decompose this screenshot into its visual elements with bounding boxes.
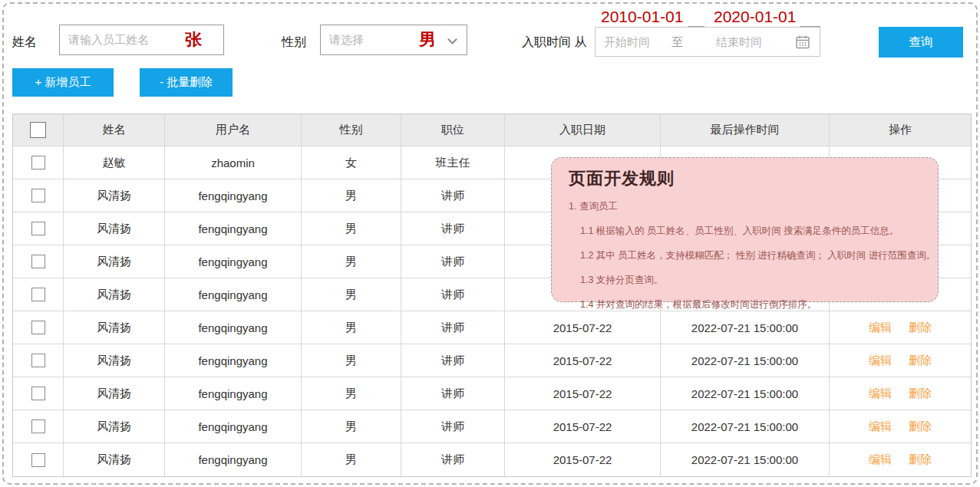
cell-last_op: 2022-07-21 15:00:00 [661,344,830,377]
row-checkbox[interactable] [31,222,45,235]
cell-last_op: 2022-07-21 15:00:00 [661,443,830,476]
bulk-delete-button[interactable]: - 批量删除 [140,68,233,97]
cell-name: 风清扬 [64,179,165,212]
cell-hire_date: 2015-07-22 [505,410,661,443]
header-cell: 入职日期 [505,114,661,146]
cell-position: 讲师 [401,278,505,311]
overlay-rules: 1. 查询员工1.1 根据输入的 员工姓名、员工性别、入职时间 搜索满足条件的员… [569,200,921,311]
row-checkbox[interactable] [31,453,45,467]
cell-position: 讲师 [401,377,505,410]
cell-checkbox [13,179,64,212]
name-annotation-value: 张 [185,28,202,51]
employee-management-page: 姓名 请输入员工姓名 张 性别 请选择 男 入职时间 从 2010-01-01 … [2,2,978,485]
delete-link[interactable]: 删除 [909,354,932,368]
row-checkbox[interactable] [31,189,45,202]
row-checkbox[interactable] [31,387,45,400]
add-employee-button[interactable]: + 新增员工 [12,68,114,97]
cell-checkbox [13,146,64,179]
cell-last_op: 2022-07-21 15:00:00 [661,377,830,410]
cell-gender: 男 [302,377,401,410]
name-input[interactable]: 请输入员工姓名 张 [59,25,224,55]
cell-hire_date: 2015-07-22 [505,377,661,410]
row-checkbox[interactable] [31,420,45,433]
cell-gender: 男 [302,245,401,278]
date-range-to-label: 至 [671,35,683,49]
table-row: 风清扬fengqingyang男讲师2015-07-222022-07-21 1… [13,344,971,377]
cell-position: 讲师 [401,245,505,278]
cell-checkbox [13,410,64,443]
cell-name: 风清扬 [64,443,165,476]
cell-actions: 编辑删除 [830,344,971,377]
name-input-placeholder: 请输入员工姓名 [68,33,149,48]
end-date-annotation: 2020-01-01 [714,8,796,26]
table-row: 风清扬fengqingyang男讲师2015-07-222022-07-21 1… [13,410,971,443]
cell-checkbox [13,245,64,278]
cell-position: 讲师 [401,443,505,476]
delete-link[interactable]: 删除 [909,387,932,401]
cell-position: 讲师 [401,311,505,344]
hire-date-field-label: 入职时间 从 [522,35,586,51]
dev-rules-note: 页面开发规则 1. 查询员工1.1 根据输入的 员工姓名、员工性别、入职时间 搜… [551,157,939,302]
edit-link[interactable]: 编辑 [869,387,892,401]
chevron-down-icon [447,35,457,44]
cell-actions: 编辑删除 [830,377,971,410]
cell-username: fengqingyang [165,377,302,410]
rule-item: 1.1 根据输入的 员工姓名、员工性别、入职时间 搜索满足条件的员工信息。 [580,225,921,238]
row-checkbox[interactable] [31,321,45,334]
cell-username: fengqingyang [165,443,302,476]
cell-actions: 编辑删除 [830,443,971,476]
cell-username: fengqingyang [165,278,302,311]
edit-link[interactable]: 编辑 [869,420,892,434]
cell-name: 风清扬 [64,311,165,344]
table-row: 风清扬fengqingyang男讲师2015-07-222022-07-21 1… [13,311,971,344]
cell-gender: 男 [302,278,401,311]
gender-select[interactable]: 请选择 男 [320,25,467,55]
cell-username: fengqingyang [165,410,302,443]
row-checkbox[interactable] [31,255,45,268]
header-cell-checkbox [13,114,64,146]
cell-gender: 男 [302,344,401,377]
cell-position: 讲师 [401,212,505,245]
cell-gender: 女 [302,146,401,179]
row-checkbox[interactable] [31,288,45,301]
row-checkbox[interactable] [31,354,45,367]
cell-gender: 男 [302,212,401,245]
cell-last_op: 2022-07-21 15:00:00 [661,410,830,443]
cell-checkbox [13,311,64,344]
cell-name: 风清扬 [64,212,165,245]
rule-item: 1. 查询员工 [569,200,921,213]
calendar-icon [795,35,810,53]
cell-position: 讲师 [401,179,505,212]
header-cell: 操作 [830,114,971,146]
cell-position: 班主任 [401,146,505,179]
delete-link[interactable]: 删除 [909,321,932,335]
search-button[interactable]: 查询 [879,27,963,58]
header-cell: 姓名 [64,114,165,146]
cell-name: 赵敏 [64,146,165,179]
cell-username: zhaomin [165,146,302,179]
cell-username: fengqingyang [165,344,302,377]
edit-link[interactable]: 编辑 [869,321,892,335]
cell-last_op: 2022-07-21 15:00:00 [661,311,830,344]
header-cell: 用户名 [165,114,302,146]
header-cell: 最后操作时间 [661,114,830,146]
dev-rules-title: 页面开发规则 [569,167,921,190]
cell-actions: 编辑删除 [830,410,971,443]
cell-username: fengqingyang [165,311,302,344]
table-row: 风清扬fengqingyang男讲师2015-07-222022-07-21 1… [13,377,971,410]
gender-select-placeholder: 请选择 [329,33,364,48]
edit-link[interactable]: 编辑 [869,452,892,467]
cell-position: 讲师 [401,410,505,443]
cell-name: 风清扬 [64,344,165,377]
cell-gender: 男 [302,311,401,344]
cell-hire_date: 2015-07-22 [505,344,661,377]
delete-link[interactable]: 删除 [909,420,932,434]
gender-annotation-value: 男 [419,28,436,51]
cell-gender: 男 [302,410,401,443]
row-checkbox[interactable] [31,156,45,169]
header-cell: 性别 [302,114,401,146]
hire-date-range-picker[interactable]: 开始时间 至 结束时间 [595,27,820,57]
delete-link[interactable]: 删除 [909,452,932,467]
select-all-checkbox[interactable] [30,122,46,138]
edit-link[interactable]: 编辑 [869,354,892,368]
